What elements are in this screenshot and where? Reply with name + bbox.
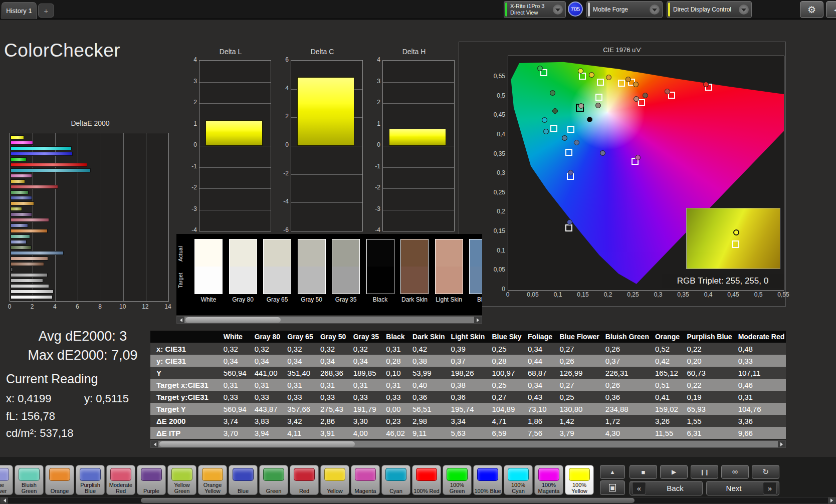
pause-button[interactable]: ❙❙ — [691, 465, 718, 479]
delta-h-plot — [382, 60, 455, 231]
column-header: Blue Sky — [486, 331, 522, 343]
patch-button-bluish-green[interactable]: Bluish Green — [15, 465, 44, 495]
scrollbar-thumb[interactable] — [159, 441, 355, 447]
patch-color-chip — [355, 468, 376, 481]
table-cell: 46,02 — [380, 427, 406, 439]
next-button[interactable]: Next » — [706, 481, 779, 495]
collapse-panel-button[interactable]: ◀ — [826, 1, 836, 18]
patch-color-chip — [0, 468, 9, 481]
patch-button-orange-yellow[interactable]: Orange Yellow — [198, 465, 227, 495]
deltae-bar-yellow-green — [11, 207, 22, 211]
column-header: Bluish Green — [599, 331, 649, 343]
table-cell: 0,38 — [406, 355, 445, 367]
y-tick-label: 2 — [276, 113, 289, 120]
scrollbar-thumb[interactable] — [141, 498, 635, 503]
table-cell: 0,38 — [445, 379, 486, 391]
scroll-right-icon[interactable] — [778, 441, 785, 447]
table-row: x: CIE310,320,320,320,320,320,310,420,39… — [150, 343, 786, 355]
table-cell: 0,25 — [486, 343, 522, 355]
y-tick-label: 0,4 — [480, 131, 505, 138]
patch-button-100-magenta[interactable]: 100% Magenta — [534, 465, 563, 495]
workflow-name: Direct Display Control — [673, 6, 736, 13]
window-icon: ■ — [609, 484, 615, 491]
chevron-down-icon[interactable] — [650, 5, 660, 15]
patch-button-yellow[interactable]: Yellow — [320, 465, 349, 495]
patch-label: Moderate Red — [107, 481, 134, 494]
play-button[interactable]: ▶ — [660, 465, 688, 479]
add-tab-button[interactable]: + — [38, 4, 54, 18]
table-cell: 130,80 — [553, 403, 599, 415]
patch-button-blue[interactable]: Blue — [229, 465, 258, 495]
gridline — [383, 103, 454, 104]
column-header: Light Skin — [445, 331, 486, 343]
tab-history-1[interactable]: History 1 — [2, 2, 37, 19]
y-tick-label: -2 — [276, 170, 289, 177]
table-cell: 3,36 — [732, 415, 786, 427]
scroll-right-icon[interactable] — [828, 497, 835, 503]
patch-button-100-yellow[interactable]: 100% Yellow — [565, 465, 594, 495]
swatch-scrollbar[interactable] — [176, 316, 482, 324]
chevron-left-icon: ◀ — [834, 6, 836, 14]
chevron-down-icon[interactable] — [739, 5, 749, 15]
patch-color-chip — [80, 468, 101, 481]
table-cell: 0,36 — [445, 391, 486, 403]
deltae-bar-gray-65 — [11, 284, 49, 288]
row-label: ΔE 2000 — [150, 415, 218, 427]
meter-dropdown[interactable]: X-Rite i1Pro 3Direct View — [504, 1, 566, 18]
chart-title: Delta H — [366, 48, 462, 56]
swatch-actual — [264, 239, 291, 267]
delta-l-chart: Delta L 43210-1-2-3-4 — [183, 48, 278, 244]
deltae-bar-100-blue — [11, 152, 73, 156]
strip-scrollbar[interactable] — [0, 497, 836, 504]
back-button[interactable]: « Back — [630, 481, 703, 495]
actual-row-label: Actual — [177, 240, 185, 268]
window-toggle-button[interactable]: ■ — [600, 480, 625, 495]
deltae-bar-white — [11, 295, 53, 299]
table-cell: 104,76 — [732, 403, 786, 415]
row-label: Target y:CIE31 — [150, 391, 218, 403]
patch-button-100-green[interactable]: 100% Green — [443, 465, 472, 495]
patch-button-yellow-green[interactable]: Yellow Green — [167, 465, 196, 495]
patch-button-purplish-blue[interactable]: Purplish Blue — [76, 465, 105, 495]
scroll-left-icon[interactable] — [177, 317, 184, 323]
patch-button-cyan[interactable]: Cyan — [381, 465, 410, 495]
patch-button-blue-flower[interactable]: Blue Flower — [0, 465, 13, 495]
source-dropdown[interactable]: Mobile Forge — [586, 1, 663, 18]
table-row: Y560,94441,00351,40268,36189,850,1053,99… — [150, 367, 786, 379]
patch-button-orange[interactable]: Orange — [45, 465, 74, 495]
patch-button-100-red[interactable]: 100% Red — [412, 465, 441, 495]
table-cell: 0,48 — [732, 343, 786, 355]
patch-button-100-blue[interactable]: 100% Blue — [473, 465, 502, 495]
scroll-left-icon[interactable] — [151, 441, 158, 447]
swatch-target — [436, 267, 463, 294]
table-scrollbar[interactable] — [150, 440, 786, 448]
chevron-down-icon[interactable] — [553, 5, 563, 15]
repeat-button[interactable]: ↻ — [752, 465, 779, 479]
deltae-bar-foliage — [11, 245, 32, 249]
continuous-measure-button[interactable]: ∞ — [721, 465, 749, 479]
swatch-label: Black — [366, 296, 395, 303]
patch-label: Blue — [230, 481, 257, 494]
patch-label: Yellow Green — [168, 481, 195, 494]
patch-button-red[interactable]: Red — [290, 465, 319, 495]
patch-label: Blue Flower — [0, 481, 12, 494]
table-cell: 3,42 — [281, 415, 314, 427]
patch-button-green[interactable]: Green — [259, 465, 288, 495]
patch-button-moderate-red[interactable]: Moderate Red — [106, 465, 135, 495]
strip-scroll-up-button[interactable]: ▲ — [600, 465, 625, 479]
scrollbar-thumb[interactable] — [185, 317, 281, 323]
measured-point-icon — [542, 117, 547, 123]
scroll-left-icon[interactable] — [1, 497, 8, 503]
workflow-dropdown[interactable]: Direct Display Control — [667, 1, 752, 18]
stop-button[interactable]: ■ — [630, 465, 657, 479]
settings-button[interactable]: ⚙ — [800, 1, 823, 18]
table-cell: 1,86 — [522, 415, 553, 427]
gridline — [146, 133, 146, 301]
delta-bar — [205, 120, 263, 146]
back-label: Back — [648, 484, 702, 492]
table-cell: 3,30 — [347, 415, 380, 427]
patch-button-magenta[interactable]: Magenta — [351, 465, 380, 495]
patch-button-purple[interactable]: Purple — [137, 465, 166, 495]
scroll-right-icon[interactable] — [474, 317, 482, 323]
patch-button-100-cyan[interactable]: 100% Cyan — [504, 465, 533, 495]
